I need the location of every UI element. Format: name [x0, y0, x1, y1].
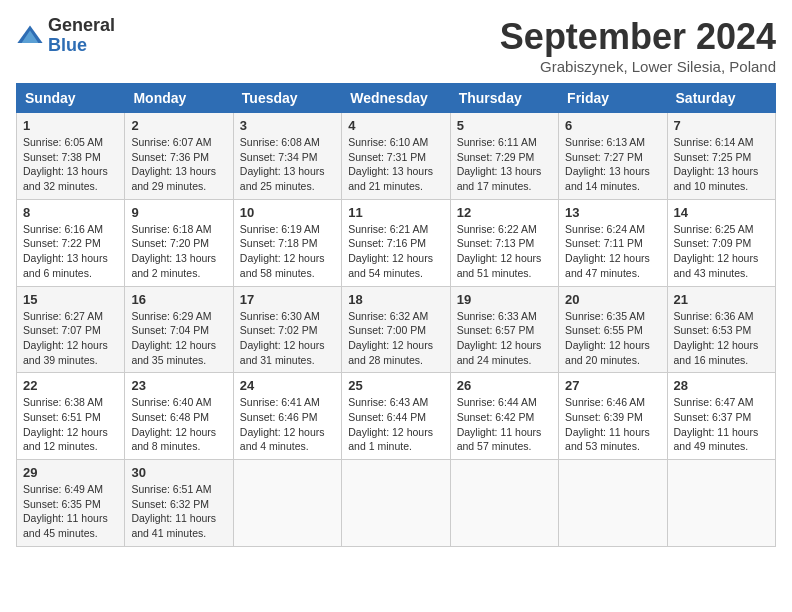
day-number: 21 [674, 292, 769, 307]
day-info: Sunrise: 6:49 AM Sunset: 6:35 PM Dayligh… [23, 482, 118, 541]
day-info: Sunrise: 6:33 AM Sunset: 6:57 PM Dayligh… [457, 309, 552, 368]
day-number: 24 [240, 378, 335, 393]
day-info: Sunrise: 6:05 AM Sunset: 7:38 PM Dayligh… [23, 135, 118, 194]
day-info: Sunrise: 6:10 AM Sunset: 7:31 PM Dayligh… [348, 135, 443, 194]
day-info: Sunrise: 6:36 AM Sunset: 6:53 PM Dayligh… [674, 309, 769, 368]
day-info: Sunrise: 6:13 AM Sunset: 7:27 PM Dayligh… [565, 135, 660, 194]
day-of-week-header: Saturday [667, 84, 775, 113]
day-info: Sunrise: 6:22 AM Sunset: 7:13 PM Dayligh… [457, 222, 552, 281]
calendar-cell: 23Sunrise: 6:40 AM Sunset: 6:48 PM Dayli… [125, 373, 233, 460]
calendar-cell: 12Sunrise: 6:22 AM Sunset: 7:13 PM Dayli… [450, 199, 558, 286]
day-number: 1 [23, 118, 118, 133]
calendar-week-row: 22Sunrise: 6:38 AM Sunset: 6:51 PM Dayli… [17, 373, 776, 460]
day-info: Sunrise: 6:16 AM Sunset: 7:22 PM Dayligh… [23, 222, 118, 281]
days-header-row: SundayMondayTuesdayWednesdayThursdayFrid… [17, 84, 776, 113]
day-info: Sunrise: 6:44 AM Sunset: 6:42 PM Dayligh… [457, 395, 552, 454]
calendar-cell: 21Sunrise: 6:36 AM Sunset: 6:53 PM Dayli… [667, 286, 775, 373]
calendar-cell: 15Sunrise: 6:27 AM Sunset: 7:07 PM Dayli… [17, 286, 125, 373]
day-info: Sunrise: 6:51 AM Sunset: 6:32 PM Dayligh… [131, 482, 226, 541]
day-number: 5 [457, 118, 552, 133]
day-info: Sunrise: 6:18 AM Sunset: 7:20 PM Dayligh… [131, 222, 226, 281]
day-number: 6 [565, 118, 660, 133]
day-info: Sunrise: 6:47 AM Sunset: 6:37 PM Dayligh… [674, 395, 769, 454]
calendar-week-row: 15Sunrise: 6:27 AM Sunset: 7:07 PM Dayli… [17, 286, 776, 373]
day-info: Sunrise: 6:14 AM Sunset: 7:25 PM Dayligh… [674, 135, 769, 194]
day-info: Sunrise: 6:46 AM Sunset: 6:39 PM Dayligh… [565, 395, 660, 454]
logo-icon [16, 22, 44, 50]
day-info: Sunrise: 6:30 AM Sunset: 7:02 PM Dayligh… [240, 309, 335, 368]
day-number: 17 [240, 292, 335, 307]
page-header: General Blue September 2024 Grabiszynek,… [16, 16, 776, 75]
month-title: September 2024 [500, 16, 776, 58]
day-number: 19 [457, 292, 552, 307]
calendar-cell: 4Sunrise: 6:10 AM Sunset: 7:31 PM Daylig… [342, 113, 450, 200]
day-info: Sunrise: 6:19 AM Sunset: 7:18 PM Dayligh… [240, 222, 335, 281]
day-info: Sunrise: 6:24 AM Sunset: 7:11 PM Dayligh… [565, 222, 660, 281]
calendar-header: SundayMondayTuesdayWednesdayThursdayFrid… [17, 84, 776, 113]
calendar-cell: 16Sunrise: 6:29 AM Sunset: 7:04 PM Dayli… [125, 286, 233, 373]
logo-text: General Blue [48, 16, 115, 56]
calendar-cell: 9Sunrise: 6:18 AM Sunset: 7:20 PM Daylig… [125, 199, 233, 286]
day-number: 26 [457, 378, 552, 393]
day-info: Sunrise: 6:25 AM Sunset: 7:09 PM Dayligh… [674, 222, 769, 281]
day-number: 2 [131, 118, 226, 133]
day-info: Sunrise: 6:41 AM Sunset: 6:46 PM Dayligh… [240, 395, 335, 454]
day-of-week-header: Tuesday [233, 84, 341, 113]
calendar-cell: 13Sunrise: 6:24 AM Sunset: 7:11 PM Dayli… [559, 199, 667, 286]
day-of-week-header: Friday [559, 84, 667, 113]
day-number: 7 [674, 118, 769, 133]
day-info: Sunrise: 6:21 AM Sunset: 7:16 PM Dayligh… [348, 222, 443, 281]
logo-general-text: General [48, 16, 115, 36]
day-number: 23 [131, 378, 226, 393]
day-number: 14 [674, 205, 769, 220]
calendar-cell: 14Sunrise: 6:25 AM Sunset: 7:09 PM Dayli… [667, 199, 775, 286]
day-number: 11 [348, 205, 443, 220]
calendar-cell: 2Sunrise: 6:07 AM Sunset: 7:36 PM Daylig… [125, 113, 233, 200]
day-number: 9 [131, 205, 226, 220]
location-text: Grabiszynek, Lower Silesia, Poland [500, 58, 776, 75]
calendar-week-row: 8Sunrise: 6:16 AM Sunset: 7:22 PM Daylig… [17, 199, 776, 286]
day-info: Sunrise: 6:32 AM Sunset: 7:00 PM Dayligh… [348, 309, 443, 368]
day-number: 15 [23, 292, 118, 307]
day-number: 22 [23, 378, 118, 393]
day-of-week-header: Wednesday [342, 84, 450, 113]
calendar-week-row: 29Sunrise: 6:49 AM Sunset: 6:35 PM Dayli… [17, 460, 776, 547]
day-number: 16 [131, 292, 226, 307]
calendar-cell: 5Sunrise: 6:11 AM Sunset: 7:29 PM Daylig… [450, 113, 558, 200]
day-number: 3 [240, 118, 335, 133]
calendar-cell: 8Sunrise: 6:16 AM Sunset: 7:22 PM Daylig… [17, 199, 125, 286]
day-of-week-header: Monday [125, 84, 233, 113]
calendar-cell [450, 460, 558, 547]
calendar-cell: 22Sunrise: 6:38 AM Sunset: 6:51 PM Dayli… [17, 373, 125, 460]
calendar-cell [559, 460, 667, 547]
day-info: Sunrise: 6:43 AM Sunset: 6:44 PM Dayligh… [348, 395, 443, 454]
calendar-cell: 7Sunrise: 6:14 AM Sunset: 7:25 PM Daylig… [667, 113, 775, 200]
day-info: Sunrise: 6:35 AM Sunset: 6:55 PM Dayligh… [565, 309, 660, 368]
calendar-body: 1Sunrise: 6:05 AM Sunset: 7:38 PM Daylig… [17, 113, 776, 547]
day-number: 13 [565, 205, 660, 220]
day-number: 29 [23, 465, 118, 480]
calendar-cell: 24Sunrise: 6:41 AM Sunset: 6:46 PM Dayli… [233, 373, 341, 460]
day-info: Sunrise: 6:29 AM Sunset: 7:04 PM Dayligh… [131, 309, 226, 368]
calendar-cell: 26Sunrise: 6:44 AM Sunset: 6:42 PM Dayli… [450, 373, 558, 460]
logo-blue-text: Blue [48, 36, 115, 56]
calendar-cell: 29Sunrise: 6:49 AM Sunset: 6:35 PM Dayli… [17, 460, 125, 547]
day-info: Sunrise: 6:27 AM Sunset: 7:07 PM Dayligh… [23, 309, 118, 368]
day-number: 25 [348, 378, 443, 393]
day-number: 4 [348, 118, 443, 133]
day-number: 12 [457, 205, 552, 220]
calendar-cell: 10Sunrise: 6:19 AM Sunset: 7:18 PM Dayli… [233, 199, 341, 286]
day-of-week-header: Sunday [17, 84, 125, 113]
calendar-cell: 18Sunrise: 6:32 AM Sunset: 7:00 PM Dayli… [342, 286, 450, 373]
calendar-cell: 20Sunrise: 6:35 AM Sunset: 6:55 PM Dayli… [559, 286, 667, 373]
title-section: September 2024 Grabiszynek, Lower Silesi… [500, 16, 776, 75]
calendar-cell: 25Sunrise: 6:43 AM Sunset: 6:44 PM Dayli… [342, 373, 450, 460]
calendar-cell [667, 460, 775, 547]
calendar-cell [233, 460, 341, 547]
calendar-cell: 3Sunrise: 6:08 AM Sunset: 7:34 PM Daylig… [233, 113, 341, 200]
day-info: Sunrise: 6:11 AM Sunset: 7:29 PM Dayligh… [457, 135, 552, 194]
day-info: Sunrise: 6:07 AM Sunset: 7:36 PM Dayligh… [131, 135, 226, 194]
day-info: Sunrise: 6:38 AM Sunset: 6:51 PM Dayligh… [23, 395, 118, 454]
calendar-cell: 19Sunrise: 6:33 AM Sunset: 6:57 PM Dayli… [450, 286, 558, 373]
calendar-cell: 6Sunrise: 6:13 AM Sunset: 7:27 PM Daylig… [559, 113, 667, 200]
